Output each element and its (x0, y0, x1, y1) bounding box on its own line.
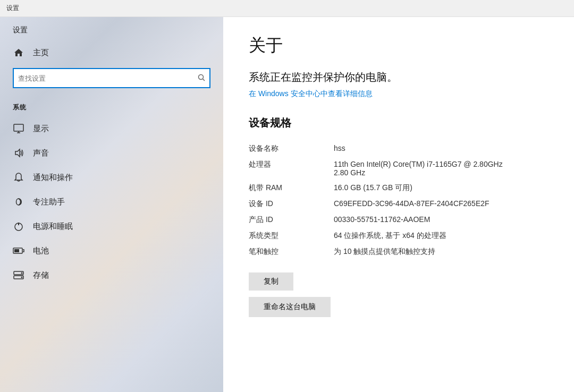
spec-value-system-type: 64 位操作系统, 基于 x64 的处理器 (334, 231, 548, 241)
spec-value-ram: 16.0 GB (15.7 GB 可用) (334, 183, 548, 193)
main-content: 设置 主页 (0, 17, 574, 392)
svg-rect-2 (14, 124, 23, 131)
spec-value-product-id: 00330-55751-11762-AAOEM (334, 215, 548, 224)
nav-label-sound: 声音 (33, 148, 49, 158)
sidebar-item-battery[interactable]: 电池 (0, 238, 223, 263)
sound-icon (13, 147, 24, 159)
svg-marker-5 (15, 149, 20, 157)
spec-label-product-id: 产品 ID (249, 215, 334, 225)
sidebar-item-power[interactable]: 电源和睡眠 (0, 214, 223, 238)
spec-value-processor: 11th Gen Intel(R) Core(TM) i7-1165G7 @ 2… (334, 160, 548, 177)
nav-label-focus: 专注助手 (33, 197, 65, 207)
notifications-icon (13, 172, 24, 183)
svg-line-1 (203, 79, 205, 81)
sidebar-item-display[interactable]: 显示 (0, 116, 223, 141)
power-icon (13, 220, 24, 232)
sidebar-item-sound[interactable]: 声音 (0, 141, 223, 165)
spec-value-device-id: C69EFEDD-3C96-44DA-87EF-2404CF265E2F (334, 199, 548, 208)
svg-point-13 (21, 277, 23, 278)
sidebar-item-storage[interactable]: 存储 (0, 263, 223, 287)
sidebar-item-notifications[interactable]: 通知和操作 (0, 165, 223, 190)
moon-icon (13, 196, 24, 208)
spec-value-device-name: hss (334, 144, 548, 152)
spec-label-system-type: 系统类型 (249, 231, 334, 241)
rename-button[interactable]: 重命名这台电脑 (249, 297, 331, 317)
home-icon (13, 47, 24, 58)
sidebar: 设置 主页 (0, 17, 223, 392)
spec-label-processor: 处理器 (249, 160, 334, 169)
spec-row-product-id: 产品 ID 00330-55751-11762-AAOEM (249, 212, 548, 228)
battery-icon (13, 245, 24, 257)
home-label: 主页 (33, 48, 49, 58)
search-box[interactable] (13, 68, 210, 88)
nav-label-display: 显示 (33, 124, 49, 134)
title-bar-text: 设置 (6, 4, 19, 13)
security-link[interactable]: 在 Windows 安全中心中查看详细信息 (249, 89, 373, 99)
copy-button[interactable]: 复制 (249, 272, 293, 291)
spec-label-device-name: 设备名称 (249, 144, 334, 154)
nav-label-notifications: 通知和操作 (33, 173, 73, 183)
storage-icon (13, 269, 24, 281)
nav-label-battery: 电池 (33, 246, 49, 256)
spec-row-device-id: 设备 ID C69EFEDD-3C96-44DA-87EF-2404CF265E… (249, 196, 548, 212)
svg-point-12 (21, 272, 23, 274)
spec-row-system-type: 系统类型 64 位操作系统, 基于 x64 的处理器 (249, 228, 548, 244)
content-area: 关于 系统正在监控并保护你的电脑。 在 Windows 安全中心中查看详细信息 … (223, 17, 574, 392)
spec-row-ram: 机带 RAM 16.0 GB (15.7 GB 可用) (249, 180, 548, 196)
monitor-icon (13, 123, 24, 134)
svg-rect-9 (14, 249, 19, 252)
spec-value-pen-touch: 为 10 触摸点提供笔和触控支持 (334, 247, 548, 257)
spec-label-ram: 机带 RAM (249, 183, 334, 193)
sidebar-item-focus[interactable]: 专注助手 (0, 190, 223, 214)
specs-table: 设备名称 hss 处理器 11th Gen Intel(R) Core(TM) … (249, 141, 548, 260)
spec-label-pen-touch: 笔和触控 (249, 247, 334, 257)
spec-row-processor: 处理器 11th Gen Intel(R) Core(TM) i7-1165G7… (249, 157, 548, 180)
settings-window: 设置 设置 主页 (0, 0, 574, 392)
search-box-container (0, 64, 223, 97)
security-status: 系统正在监控并保护你的电脑。 (249, 70, 548, 84)
search-icon (198, 74, 205, 83)
svg-point-0 (199, 74, 204, 79)
nav-label-storage: 存储 (33, 270, 49, 280)
sidebar-home-item[interactable]: 主页 (0, 41, 223, 64)
search-input[interactable] (18, 74, 198, 82)
nav-label-power: 电源和睡眠 (33, 221, 73, 232)
title-bar: 设置 (0, 0, 574, 17)
page-title: 关于 (249, 34, 548, 57)
spec-label-device-id: 设备 ID (249, 199, 334, 209)
section-header-system: 系统 (0, 97, 223, 116)
sidebar-title: 设置 (0, 17, 223, 41)
specs-section-title: 设备规格 (249, 116, 548, 130)
spec-row-pen-touch: 笔和触控 为 10 触摸点提供笔和触控支持 (249, 244, 548, 260)
spec-row-device-name: 设备名称 hss (249, 141, 548, 157)
